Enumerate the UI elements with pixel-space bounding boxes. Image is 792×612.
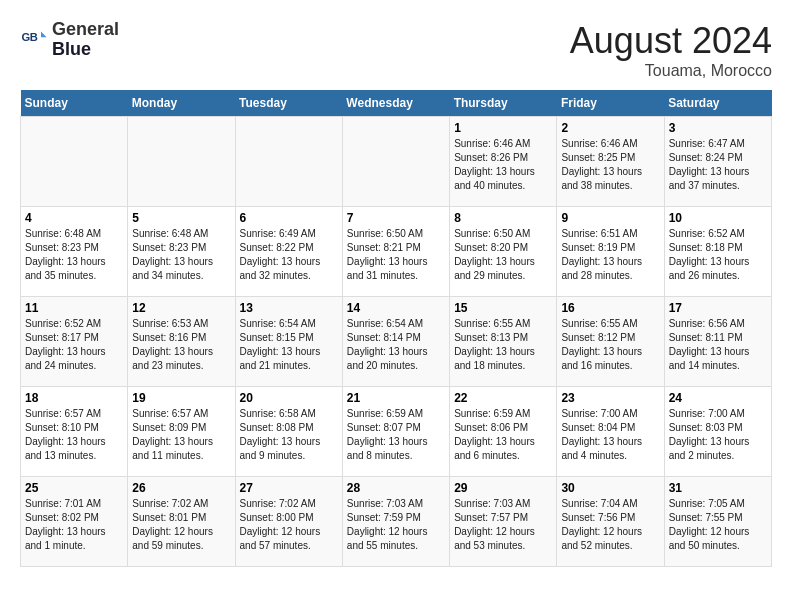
weekday-header: Saturday	[664, 90, 771, 117]
logo-text: General Blue	[52, 20, 119, 60]
logo-line1: General	[52, 20, 119, 40]
svg-text:B: B	[30, 31, 38, 43]
weekday-header: Monday	[128, 90, 235, 117]
svg-marker-2	[41, 31, 47, 37]
day-info: Sunrise: 6:50 AM Sunset: 8:21 PM Dayligh…	[347, 227, 445, 283]
day-info: Sunrise: 6:52 AM Sunset: 8:17 PM Dayligh…	[25, 317, 123, 373]
day-info: Sunrise: 6:59 AM Sunset: 8:06 PM Dayligh…	[454, 407, 552, 463]
day-number: 13	[240, 301, 338, 315]
day-info: Sunrise: 7:03 AM Sunset: 7:59 PM Dayligh…	[347, 497, 445, 553]
calendar-cell: 6Sunrise: 6:49 AM Sunset: 8:22 PM Daylig…	[235, 207, 342, 297]
day-info: Sunrise: 6:46 AM Sunset: 8:26 PM Dayligh…	[454, 137, 552, 193]
day-number: 12	[132, 301, 230, 315]
calendar-cell: 14Sunrise: 6:54 AM Sunset: 8:14 PM Dayli…	[342, 297, 449, 387]
calendar-cell: 1Sunrise: 6:46 AM Sunset: 8:26 PM Daylig…	[450, 117, 557, 207]
calendar-cell: 15Sunrise: 6:55 AM Sunset: 8:13 PM Dayli…	[450, 297, 557, 387]
day-number: 7	[347, 211, 445, 225]
calendar-cell: 9Sunrise: 6:51 AM Sunset: 8:19 PM Daylig…	[557, 207, 664, 297]
day-number: 25	[25, 481, 123, 495]
calendar-cell: 7Sunrise: 6:50 AM Sunset: 8:21 PM Daylig…	[342, 207, 449, 297]
day-info: Sunrise: 6:48 AM Sunset: 8:23 PM Dayligh…	[132, 227, 230, 283]
day-number: 1	[454, 121, 552, 135]
calendar-cell: 10Sunrise: 6:52 AM Sunset: 8:18 PM Dayli…	[664, 207, 771, 297]
calendar-cell	[235, 117, 342, 207]
calendar-week-row: 25Sunrise: 7:01 AM Sunset: 8:02 PM Dayli…	[21, 477, 772, 567]
calendar-cell: 5Sunrise: 6:48 AM Sunset: 8:23 PM Daylig…	[128, 207, 235, 297]
day-info: Sunrise: 6:55 AM Sunset: 8:13 PM Dayligh…	[454, 317, 552, 373]
calendar-cell: 29Sunrise: 7:03 AM Sunset: 7:57 PM Dayli…	[450, 477, 557, 567]
calendar-cell: 11Sunrise: 6:52 AM Sunset: 8:17 PM Dayli…	[21, 297, 128, 387]
page-subtitle: Touama, Morocco	[570, 62, 772, 80]
calendar-week-row: 1Sunrise: 6:46 AM Sunset: 8:26 PM Daylig…	[21, 117, 772, 207]
calendar-cell: 21Sunrise: 6:59 AM Sunset: 8:07 PM Dayli…	[342, 387, 449, 477]
day-number: 21	[347, 391, 445, 405]
day-number: 14	[347, 301, 445, 315]
page-header: G B General Blue August 2024 Touama, Mor…	[20, 20, 772, 80]
calendar-cell: 25Sunrise: 7:01 AM Sunset: 8:02 PM Dayli…	[21, 477, 128, 567]
calendar-cell: 16Sunrise: 6:55 AM Sunset: 8:12 PM Dayli…	[557, 297, 664, 387]
day-info: Sunrise: 7:05 AM Sunset: 7:55 PM Dayligh…	[669, 497, 767, 553]
day-number: 22	[454, 391, 552, 405]
weekday-header: Sunday	[21, 90, 128, 117]
calendar-cell: 13Sunrise: 6:54 AM Sunset: 8:15 PM Dayli…	[235, 297, 342, 387]
weekday-header: Wednesday	[342, 90, 449, 117]
calendar-week-row: 11Sunrise: 6:52 AM Sunset: 8:17 PM Dayli…	[21, 297, 772, 387]
day-number: 11	[25, 301, 123, 315]
calendar-cell: 22Sunrise: 6:59 AM Sunset: 8:06 PM Dayli…	[450, 387, 557, 477]
calendar-cell: 24Sunrise: 7:00 AM Sunset: 8:03 PM Dayli…	[664, 387, 771, 477]
day-number: 8	[454, 211, 552, 225]
day-info: Sunrise: 7:03 AM Sunset: 7:57 PM Dayligh…	[454, 497, 552, 553]
calendar-cell	[128, 117, 235, 207]
day-number: 19	[132, 391, 230, 405]
logo-icon: G B	[20, 26, 48, 54]
day-info: Sunrise: 6:54 AM Sunset: 8:15 PM Dayligh…	[240, 317, 338, 373]
day-info: Sunrise: 6:54 AM Sunset: 8:14 PM Dayligh…	[347, 317, 445, 373]
calendar-cell: 8Sunrise: 6:50 AM Sunset: 8:20 PM Daylig…	[450, 207, 557, 297]
day-info: Sunrise: 7:00 AM Sunset: 8:03 PM Dayligh…	[669, 407, 767, 463]
day-info: Sunrise: 6:56 AM Sunset: 8:11 PM Dayligh…	[669, 317, 767, 373]
day-info: Sunrise: 6:59 AM Sunset: 8:07 PM Dayligh…	[347, 407, 445, 463]
weekday-header: Tuesday	[235, 90, 342, 117]
calendar-cell	[342, 117, 449, 207]
day-info: Sunrise: 6:57 AM Sunset: 8:10 PM Dayligh…	[25, 407, 123, 463]
day-number: 10	[669, 211, 767, 225]
calendar-cell: 17Sunrise: 6:56 AM Sunset: 8:11 PM Dayli…	[664, 297, 771, 387]
day-number: 18	[25, 391, 123, 405]
day-info: Sunrise: 7:01 AM Sunset: 8:02 PM Dayligh…	[25, 497, 123, 553]
day-number: 15	[454, 301, 552, 315]
title-block: August 2024 Touama, Morocco	[570, 20, 772, 80]
calendar-header-row: SundayMondayTuesdayWednesdayThursdayFrid…	[21, 90, 772, 117]
day-number: 20	[240, 391, 338, 405]
day-number: 31	[669, 481, 767, 495]
day-info: Sunrise: 6:58 AM Sunset: 8:08 PM Dayligh…	[240, 407, 338, 463]
day-number: 16	[561, 301, 659, 315]
day-info: Sunrise: 6:46 AM Sunset: 8:25 PM Dayligh…	[561, 137, 659, 193]
day-info: Sunrise: 7:02 AM Sunset: 8:01 PM Dayligh…	[132, 497, 230, 553]
page-title: August 2024	[570, 20, 772, 62]
day-info: Sunrise: 6:52 AM Sunset: 8:18 PM Dayligh…	[669, 227, 767, 283]
day-info: Sunrise: 6:57 AM Sunset: 8:09 PM Dayligh…	[132, 407, 230, 463]
day-info: Sunrise: 6:49 AM Sunset: 8:22 PM Dayligh…	[240, 227, 338, 283]
day-number: 24	[669, 391, 767, 405]
calendar-cell: 23Sunrise: 7:00 AM Sunset: 8:04 PM Dayli…	[557, 387, 664, 477]
calendar-cell: 20Sunrise: 6:58 AM Sunset: 8:08 PM Dayli…	[235, 387, 342, 477]
day-info: Sunrise: 6:50 AM Sunset: 8:20 PM Dayligh…	[454, 227, 552, 283]
day-number: 9	[561, 211, 659, 225]
day-info: Sunrise: 7:04 AM Sunset: 7:56 PM Dayligh…	[561, 497, 659, 553]
day-info: Sunrise: 6:48 AM Sunset: 8:23 PM Dayligh…	[25, 227, 123, 283]
day-number: 29	[454, 481, 552, 495]
day-number: 6	[240, 211, 338, 225]
calendar-cell	[21, 117, 128, 207]
calendar-cell: 3Sunrise: 6:47 AM Sunset: 8:24 PM Daylig…	[664, 117, 771, 207]
weekday-header: Friday	[557, 90, 664, 117]
day-info: Sunrise: 7:02 AM Sunset: 8:00 PM Dayligh…	[240, 497, 338, 553]
calendar-cell: 4Sunrise: 6:48 AM Sunset: 8:23 PM Daylig…	[21, 207, 128, 297]
svg-text:G: G	[21, 31, 30, 43]
logo: G B General Blue	[20, 20, 119, 60]
calendar-cell: 26Sunrise: 7:02 AM Sunset: 8:01 PM Dayli…	[128, 477, 235, 567]
day-info: Sunrise: 7:00 AM Sunset: 8:04 PM Dayligh…	[561, 407, 659, 463]
day-number: 3	[669, 121, 767, 135]
day-number: 27	[240, 481, 338, 495]
day-number: 2	[561, 121, 659, 135]
day-number: 5	[132, 211, 230, 225]
